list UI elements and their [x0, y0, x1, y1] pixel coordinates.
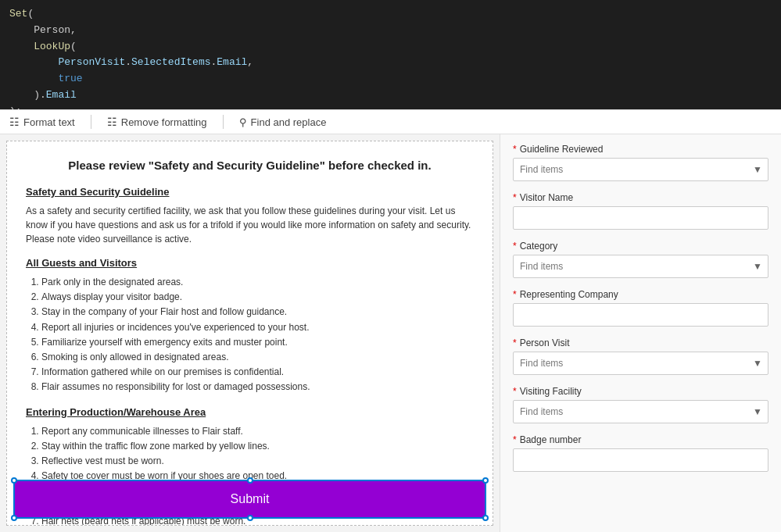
find-replace-button[interactable]: ⚲ Find and replace: [236, 115, 330, 130]
select-guideline_reviewed[interactable]: Find items: [513, 158, 768, 181]
section2-list: Park only in the designated areas.Always…: [41, 275, 474, 395]
required-indicator: *: [513, 144, 517, 155]
section2-heading: All Guests and Visitors: [26, 257, 474, 269]
main-area: Please review "Safety and Security Guide…: [0, 134, 781, 532]
submit-label: Submit: [231, 492, 270, 506]
input-badge_number[interactable]: [513, 448, 768, 472]
label-visiting_facility: *Visiting Facility: [513, 386, 768, 397]
field-visiting_facility: *Visiting FacilityFind items▼: [513, 386, 768, 423]
form-panel: *Guideline ReviewedFind items▼*Visitor N…: [500, 134, 781, 532]
required-indicator: *: [513, 289, 517, 300]
toolbar: ☷ Format text ☷ Remove formatting ⚲ Find…: [0, 109, 781, 134]
list-item: Smoking is only allowed in designated ar…: [41, 350, 474, 365]
section1-body: As a safety and security certified facil…: [26, 204, 474, 246]
select-wrapper-person_visit: Find items▼: [513, 352, 768, 375]
label-representing_company: *Representing Company: [513, 289, 768, 300]
list-item: Information gathered while on our premis…: [41, 365, 474, 380]
field-label-text: Guideline Reviewed: [520, 144, 604, 155]
field-guideline_reviewed: *Guideline ReviewedFind items▼: [513, 144, 768, 181]
input-representing_company[interactable]: [513, 303, 768, 327]
required-indicator: *: [513, 386, 517, 397]
required-indicator: *: [513, 241, 517, 252]
field-category: *CategoryFind items▼: [513, 241, 768, 278]
remove-formatting-icon: ☷: [107, 116, 117, 128]
list-item: Flair assumes no responsibility for lost…: [41, 380, 474, 395]
handle-br: [482, 515, 489, 521]
required-indicator: *: [513, 192, 517, 203]
toolbar-separator-1: [91, 115, 91, 129]
field-label-text: Representing Company: [520, 289, 618, 300]
field-person_visit: *Person VisitFind items▼: [513, 337, 768, 375]
list-item: Report all injuries or incidences you've…: [41, 320, 474, 335]
label-visitor_name: *Visitor Name: [513, 192, 768, 203]
field-badge_number: *Badge number: [513, 434, 768, 472]
label-guideline_reviewed: *Guideline Reviewed: [513, 144, 768, 155]
list-item: Park only in the designated areas.: [41, 275, 474, 290]
handle-tl: [11, 477, 17, 484]
find-replace-label: Find and replace: [251, 116, 327, 128]
label-badge_number: *Badge number: [513, 434, 768, 445]
toolbar-separator-2: [223, 115, 224, 129]
required-indicator: *: [513, 434, 517, 445]
list-item: Stay in the company of your Flair host a…: [41, 305, 474, 320]
document-panel: Please review "Safety and Security Guide…: [6, 141, 493, 526]
handle-bl: [11, 515, 17, 521]
search-icon: ⚲: [239, 116, 247, 128]
remove-formatting-button[interactable]: ☷ Remove formatting: [104, 114, 210, 130]
submit-area: Submit: [7, 480, 493, 525]
section3-heading: Entering Production/Warehouse Area: [26, 406, 474, 418]
field-label-text: Person Visit: [520, 337, 570, 348]
field-label-text: Badge number: [520, 434, 582, 445]
label-category: *Category: [513, 241, 768, 252]
doc-title: Please review "Safety and Security Guide…: [26, 157, 474, 173]
format-text-icon: ☷: [9, 116, 20, 128]
list-item: Reflective vest must be worn.: [41, 454, 474, 469]
list-item: Report any communicable illnesses to Fla…: [41, 424, 474, 439]
field-label-text: Visiting Facility: [520, 386, 582, 397]
code-editor: Set( Person, LookUp( PersonVisit.Selecte…: [0, 0, 781, 109]
select-category[interactable]: Find items: [513, 255, 768, 278]
handle-tr: [482, 477, 489, 484]
format-text-label: Format text: [23, 116, 75, 128]
remove-formatting-label: Remove formatting: [121, 116, 207, 128]
select-wrapper-category: Find items▼: [513, 255, 768, 278]
field-representing_company: *Representing Company: [513, 289, 768, 327]
handle-bm: [247, 515, 253, 521]
select-wrapper-visiting_facility: Find items▼: [513, 400, 768, 423]
select-person_visit[interactable]: Find items: [513, 352, 768, 375]
section1-heading: Safety and Security Guideline: [26, 186, 474, 198]
list-item: Familiarize yourself with emergency exit…: [41, 335, 474, 350]
input-visitor_name[interactable]: [513, 206, 768, 230]
submit-selection-box: Submit: [13, 480, 486, 519]
handle-tm: [247, 477, 253, 484]
list-item: Always display your visitor badge.: [41, 290, 474, 305]
field-label-text: Category: [520, 241, 558, 252]
field-label-text: Visitor Name: [520, 192, 573, 203]
submit-button[interactable]: Submit: [15, 481, 485, 517]
label-person_visit: *Person Visit: [513, 337, 768, 348]
select-wrapper-guideline_reviewed: Find items▼: [513, 158, 768, 181]
required-indicator: *: [513, 337, 517, 348]
select-visiting_facility[interactable]: Find items: [513, 400, 768, 423]
list-item: Stay within the traffic flow zone marked…: [41, 439, 474, 454]
format-text-button[interactable]: ☷ Format text: [6, 114, 78, 130]
field-visitor_name: *Visitor Name: [513, 192, 768, 230]
